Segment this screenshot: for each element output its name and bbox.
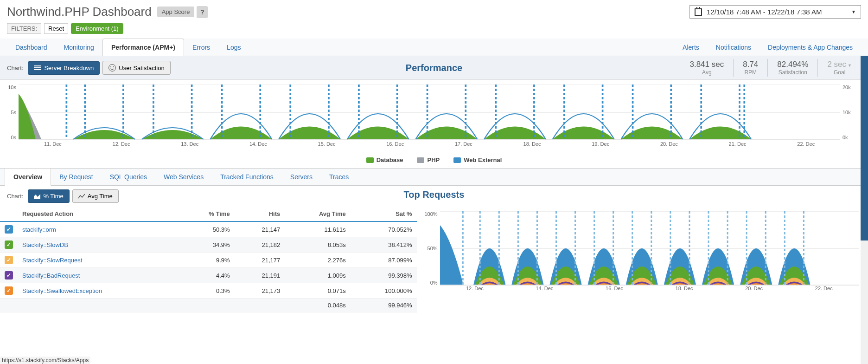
user-satisfaction-button[interactable]: User Satisfaction bbox=[102, 61, 170, 75]
header: Northwind.PHP Dashboard App Score ? 12/1… bbox=[0, 0, 868, 21]
tab-dashboard[interactable]: Dashboard bbox=[7, 39, 56, 56]
date-range-picker[interactable]: 12/10/18 7:48 AM - 12/22/18 7:38 AM ▼ bbox=[689, 5, 861, 19]
performance-toolbar: Chart: Server Breakdown User Satisfactio… bbox=[0, 56, 868, 80]
chart-legend: DatabasePHPWeb External bbox=[0, 154, 868, 168]
smile-icon bbox=[108, 64, 116, 72]
subtab-traces[interactable]: Traces bbox=[321, 169, 357, 185]
pct-time-button[interactable]: % Time bbox=[28, 189, 69, 203]
pct-time-label: % Time bbox=[43, 193, 63, 200]
y-axis-right: 20k10k0k bbox=[842, 84, 861, 140]
checkbox-icon[interactable]: ✓ bbox=[5, 286, 13, 295]
stat-satisfaction: 82.494%Satisfaction bbox=[767, 59, 817, 77]
legend-web-external[interactable]: Web External bbox=[453, 156, 502, 163]
stat-avg: 3.841 secAvg bbox=[680, 59, 733, 77]
col-requested-action[interactable]: Requested Action bbox=[18, 207, 179, 221]
table-row[interactable]: ✓stackify::orm50.3%21,14711.611s70.052% bbox=[0, 221, 417, 237]
stat-goal[interactable]: 2 sec▼Goal bbox=[817, 59, 861, 77]
table-row[interactable]: ✓Stackify::BadRequest4.4%21,1911.009s99.… bbox=[0, 268, 417, 283]
table-row[interactable]: ✓Stackify::SlowRequest9.9%21,1772.276s87… bbox=[0, 253, 417, 268]
tab-errors[interactable]: Errors bbox=[184, 39, 218, 56]
requests-table: Requested Action% TimeHitsAvg TimeSat % … bbox=[0, 207, 417, 312]
request-link[interactable]: stackify::orm bbox=[22, 226, 56, 233]
request-link[interactable]: Stackify::SwallowedException bbox=[22, 287, 102, 294]
col--time[interactable]: % Time bbox=[179, 207, 235, 221]
scrollbar[interactable] bbox=[861, 56, 868, 312]
stat-rpm: 8.74RPM bbox=[733, 59, 767, 77]
main-tabs: DashboardMonitoringPerformance (APM+)Err… bbox=[0, 39, 868, 56]
chevron-down-icon: ▼ bbox=[851, 9, 856, 14]
checkbox-icon[interactable]: ✓ bbox=[5, 271, 13, 280]
lower-panel: Requested Action% TimeHitsAvg TimeSat % … bbox=[0, 207, 868, 312]
subtab-tracked-functions[interactable]: Tracked Functions bbox=[212, 169, 282, 185]
table-row[interactable]: ✓Stackify::SlowDB34.9%21,1828.053s38.412… bbox=[0, 237, 417, 253]
tab-performance-apm-[interactable]: Performance (APM+) bbox=[102, 39, 184, 56]
chart-label: Chart: bbox=[7, 65, 23, 72]
app-score-button[interactable]: App Score bbox=[157, 6, 195, 17]
avg-time-button[interactable]: Avg Time bbox=[72, 189, 119, 203]
server-breakdown-button[interactable]: Server Breakdown bbox=[28, 61, 100, 75]
checkbox-icon[interactable]: ✓ bbox=[5, 240, 13, 249]
page-title: Northwind.PHP Dashboard bbox=[7, 5, 152, 19]
legend-php[interactable]: PHP bbox=[417, 156, 440, 163]
subtab-overview[interactable]: Overview bbox=[5, 169, 51, 186]
y-axis-left: 10s5s0s bbox=[2, 84, 16, 140]
user-satisfaction-label: User Satisfaction bbox=[119, 65, 164, 72]
requests-chart-svg bbox=[440, 211, 859, 286]
tab-deployments-app-changes[interactable]: Deployments & App Changes bbox=[760, 39, 861, 56]
mini-y-axis: 100%50%0% bbox=[419, 211, 438, 286]
line-chart-icon bbox=[78, 194, 85, 199]
col-sat-[interactable]: Sat % bbox=[351, 207, 417, 221]
filters-row: FILTERS: Reset Environment (1) bbox=[0, 21, 868, 39]
table-row[interactable]: ✓Stackify::SwallowedException0.3%21,1730… bbox=[0, 283, 417, 299]
request-link[interactable]: Stackify::SlowRequest bbox=[22, 257, 82, 264]
requests-table-panel: Requested Action% TimeHitsAvg TimeSat % … bbox=[0, 207, 417, 312]
top-requests-toolbar: Chart: % Time Avg Time bbox=[0, 186, 868, 207]
calendar-icon bbox=[695, 8, 702, 16]
environment-filter[interactable]: Environment (1) bbox=[71, 23, 123, 34]
subtab-web-services[interactable]: Web Services bbox=[155, 169, 212, 185]
tab-monitoring[interactable]: Monitoring bbox=[56, 39, 102, 56]
performance-chart: 10s5s0s 20k10k0k 11. Dec12. Dec13. Dec14… bbox=[0, 80, 868, 154]
avg-time-label: Avg Time bbox=[88, 193, 113, 200]
request-link[interactable]: Stackify::BadRequest bbox=[22, 272, 80, 279]
performance-title: Performance bbox=[406, 63, 462, 73]
help-button[interactable]: ? bbox=[197, 6, 208, 18]
tab-logs[interactable]: Logs bbox=[218, 39, 249, 56]
legend-database[interactable]: Database bbox=[366, 156, 403, 163]
subtab-servers[interactable]: Servers bbox=[282, 169, 321, 185]
sub-tabs: OverviewBy RequestSQL QueriesWeb Service… bbox=[0, 168, 868, 186]
col-hits[interactable]: Hits bbox=[235, 207, 285, 221]
col-avg-time[interactable]: Avg Time bbox=[285, 207, 350, 221]
tab-notifications[interactable]: Notifications bbox=[708, 39, 760, 56]
checkbox-icon[interactable]: ✓ bbox=[5, 225, 13, 234]
breakdown-icon bbox=[34, 65, 41, 71]
table-row[interactable]: 0.048s99.946% bbox=[0, 299, 417, 312]
performance-chart-svg bbox=[19, 84, 840, 140]
area-chart-icon bbox=[34, 194, 40, 199]
filters-label: FILTERS: bbox=[7, 23, 41, 34]
server-breakdown-label: Server Breakdown bbox=[44, 65, 94, 72]
mini-x-axis: 12. Dec14. Dec16. Dec18. Dec20. Dec22. D… bbox=[440, 286, 859, 291]
tab-alerts[interactable]: Alerts bbox=[674, 39, 708, 56]
request-link[interactable]: Stackify::SlowDB bbox=[22, 241, 68, 248]
subtab-sql-queries[interactable]: SQL Queries bbox=[102, 169, 155, 185]
subtab-by-request[interactable]: By Request bbox=[51, 169, 101, 185]
reset-filters-button[interactable]: Reset bbox=[44, 23, 68, 34]
date-range-text: 12/10/18 7:48 AM - 12/22/18 7:38 AM bbox=[707, 8, 822, 16]
chart-label-2: Chart: bbox=[7, 193, 23, 200]
scrollbar-thumb[interactable] bbox=[861, 56, 868, 240]
requests-chart-panel: 100%50%0% 12. Dec14. Dec16. Dec18. Dec20… bbox=[417, 207, 868, 312]
x-axis: 11. Dec12. Dec13. Dec14. Dec15. Dec16. D… bbox=[19, 141, 840, 147]
top-requests-section: Top Requests Chart: % Time Avg Time bbox=[0, 186, 868, 207]
checkbox-icon[interactable]: ✓ bbox=[5, 256, 13, 264]
